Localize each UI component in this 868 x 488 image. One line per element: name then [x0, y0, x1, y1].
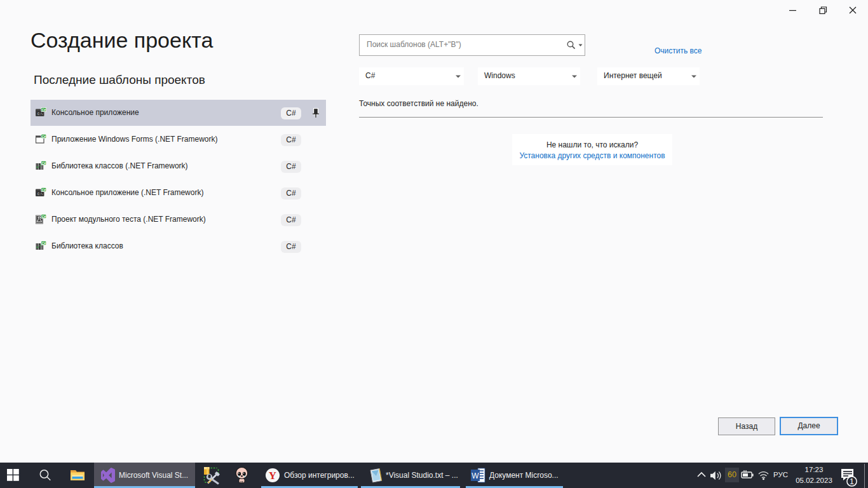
svg-text:C#: C# — [42, 162, 46, 165]
svg-text:C#: C# — [42, 215, 46, 219]
svg-text:C#: C# — [42, 242, 46, 245]
svg-text:C:\: C:\ — [37, 112, 43, 116]
svg-text:C:\: C:\ — [37, 193, 43, 196]
svg-text:Y: Y — [269, 470, 276, 482]
svg-text:1: 1 — [850, 477, 854, 486]
svg-text:C#: C# — [42, 189, 46, 192]
svg-text:C#: C# — [42, 135, 46, 139]
svg-text:W: W — [471, 471, 479, 480]
svg-text:C#: C# — [42, 109, 46, 112]
